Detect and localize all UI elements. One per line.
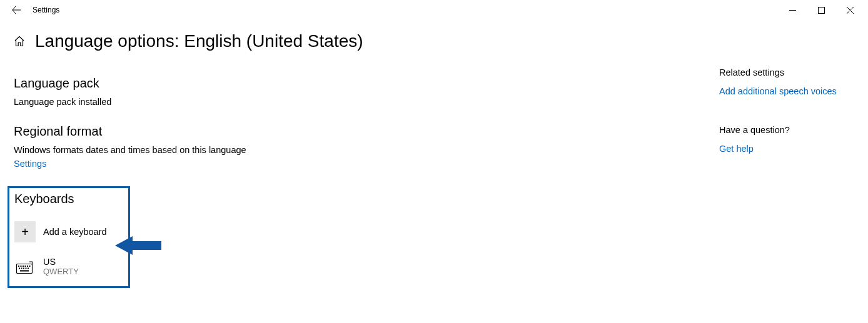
- svg-rect-13: [20, 271, 29, 272]
- regional-format-desc: Windows formats dates and times based on…: [14, 145, 452, 155]
- keyboard-icon: [14, 256, 36, 277]
- home-icon: [14, 36, 25, 47]
- regional-format-settings-link[interactable]: Settings: [14, 159, 452, 169]
- svg-rect-9: [21, 268, 23, 269]
- svg-rect-7: [29, 266, 31, 267]
- svg-rect-8: [19, 268, 20, 269]
- back-button[interactable]: [4, 0, 29, 20]
- keyboards-heading: Keyboards: [11, 192, 123, 206]
- window-controls: [778, 0, 864, 20]
- keyboards-highlight-box: Keyboards + Add a keyboard US: [8, 186, 130, 288]
- minimize-icon: [789, 7, 796, 14]
- svg-rect-2: [18, 266, 19, 267]
- add-keyboard-label: Add a keyboard: [43, 227, 107, 237]
- add-speech-voices-link[interactable]: Add additional speech voices: [719, 86, 857, 96]
- svg-rect-10: [23, 268, 24, 269]
- get-help-link[interactable]: Get help: [719, 144, 857, 154]
- regional-format-heading: Regional format: [14, 124, 452, 139]
- close-icon: [847, 7, 854, 14]
- add-keyboard-button[interactable]: + Add a keyboard: [14, 221, 123, 242]
- home-button[interactable]: [13, 34, 26, 48]
- plus-icon: +: [14, 221, 36, 242]
- page-header: Language options: English (United States…: [0, 20, 868, 51]
- language-pack-status: Language pack installed: [14, 97, 452, 107]
- window-title: Settings: [33, 6, 59, 14]
- have-question-heading: Have a question?: [719, 125, 857, 135]
- language-pack-heading: Language pack: [14, 76, 452, 91]
- svg-rect-6: [27, 266, 28, 267]
- svg-rect-11: [26, 268, 27, 269]
- maximize-icon: [818, 7, 825, 14]
- related-settings-heading: Related settings: [719, 67, 857, 77]
- page-title: Language options: English (United States…: [35, 31, 363, 51]
- main-column: Language pack Language pack installed Re…: [14, 76, 452, 288]
- keyboard-item[interactable]: US QWERTY: [14, 256, 123, 277]
- right-column: Related settings Add additional speech v…: [719, 67, 857, 154]
- titlebar: Settings: [0, 0, 868, 20]
- back-arrow-icon: [12, 6, 21, 14]
- maximize-button[interactable]: [807, 0, 835, 20]
- svg-rect-3: [21, 266, 22, 267]
- minimize-button[interactable]: [778, 0, 807, 20]
- svg-rect-0: [818, 7, 824, 13]
- close-button[interactable]: [835, 0, 864, 20]
- svg-rect-4: [23, 266, 24, 267]
- keyboard-name: US: [43, 257, 79, 267]
- keyboard-layout: QWERTY: [43, 267, 79, 277]
- svg-rect-12: [28, 268, 29, 269]
- keyboard-item-text: US QWERTY: [43, 257, 79, 277]
- svg-rect-5: [25, 266, 26, 267]
